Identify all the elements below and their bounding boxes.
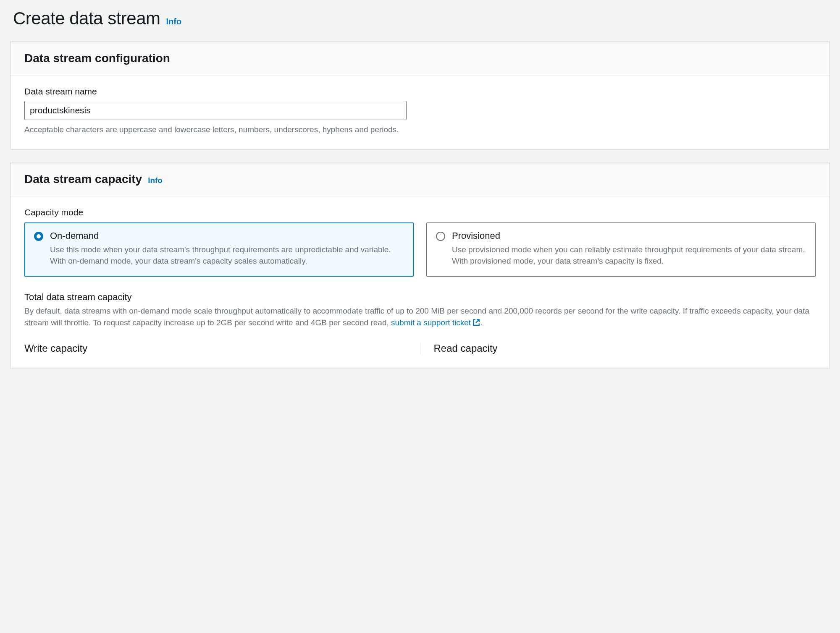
capacity-mode-label: Capacity mode (24, 207, 816, 217)
write-capacity-col: Write capacity (24, 343, 420, 354)
radio-provisioned[interactable]: Provisioned Use provisioned mode when yo… (426, 222, 816, 277)
info-link-header[interactable]: Info (166, 17, 182, 26)
page-header: Create data stream Info (10, 8, 830, 29)
capacity-panel-header: Data stream capacity Info (11, 162, 829, 196)
radio-on-demand-title: On-demand (50, 230, 404, 241)
config-panel-body: Data stream name Acceptable characters a… (11, 76, 829, 149)
total-capacity-description: By default, data streams with on-demand … (24, 305, 816, 330)
capacity-columns: Write capacity Read capacity (24, 343, 816, 354)
radio-provisioned-desc: Use provisioned mode when you can reliab… (452, 244, 806, 267)
page-title: Create data stream (13, 8, 160, 29)
total-capacity-text-suffix: . (480, 318, 482, 327)
write-capacity-title: Write capacity (24, 343, 407, 354)
info-link-capacity[interactable]: Info (148, 176, 163, 185)
capacity-panel-body: Capacity mode On-demand Use this mode wh… (11, 196, 829, 368)
stream-name-help: Acceptable characters are uppercase and … (24, 124, 816, 136)
read-capacity-title: Read capacity (434, 343, 816, 354)
read-capacity-col: Read capacity (420, 343, 816, 354)
config-panel: Data stream configuration Data stream na… (10, 41, 830, 149)
radio-icon (34, 232, 43, 241)
radio-icon (436, 232, 445, 241)
radio-on-demand[interactable]: On-demand Use this mode when your data s… (24, 222, 414, 277)
config-panel-title: Data stream configuration (24, 52, 170, 65)
stream-name-input[interactable] (24, 101, 407, 120)
external-link-icon (472, 318, 480, 330)
total-capacity-title: Total data stream capacity (24, 292, 816, 303)
capacity-panel-title: Data stream capacity (24, 173, 142, 186)
radio-on-demand-desc: Use this mode when your data stream's th… (50, 244, 404, 267)
capacity-panel: Data stream capacity Info Capacity mode … (10, 162, 830, 368)
submit-support-ticket-link[interactable]: submit a support ticket (391, 318, 480, 327)
stream-name-label: Data stream name (24, 86, 816, 97)
radio-provisioned-title: Provisioned (452, 230, 806, 241)
capacity-mode-radio-group: On-demand Use this mode when your data s… (24, 222, 816, 277)
config-panel-header: Data stream configuration (11, 42, 829, 76)
